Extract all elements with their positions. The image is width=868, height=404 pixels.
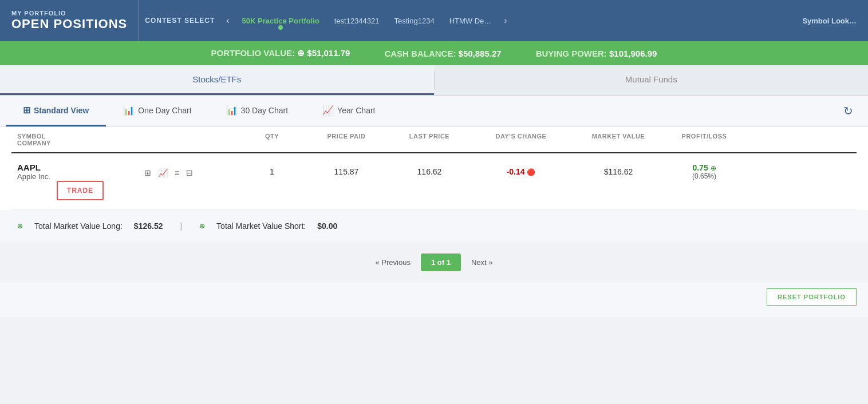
portfolio-value-amount: $51,011.79 — [307, 48, 350, 58]
grid-icon[interactable]: ⊟ — [185, 167, 194, 179]
table-row: AAPL Apple Inc. ⊞ 📈 ≡ ⊟ 1 115.87 116.62 … — [11, 153, 857, 210]
view-btn-year-chart[interactable]: 📈 Year Chart — [305, 96, 392, 126]
totals-divider: | — [180, 221, 182, 231]
pagination-current: 1 of 1 — [421, 254, 461, 271]
30-day-chart-icon: 📊 — [226, 105, 238, 116]
col-profit-loss: PROFIT/LOSS — [670, 133, 739, 146]
portfolio-nav-item-1[interactable]: test12344321 — [329, 14, 385, 27]
col-price-paid: PRICE PAID — [309, 133, 384, 146]
pagination: « Previous 1 of 1 Next » — [0, 242, 868, 283]
days-change-direction-icon: 🔴 — [527, 168, 535, 176]
one-day-chart-icon: 📊 — [123, 105, 135, 116]
tabs-container: Stocks/ETFs Mutual Funds — [0, 65, 868, 96]
year-chart-icon: 📈 — [322, 105, 334, 116]
portfolio-nav-item-0[interactable]: 50K Practice Portfolio — [236, 14, 325, 27]
buying-power-label: BUYING POWER: — [536, 49, 607, 58]
standard-view-icon: ⊞ — [23, 105, 30, 116]
view-btn-30-day-chart[interactable]: 📊 30 Day Chart — [209, 96, 305, 126]
totals-short-label: Total Market Value Short: — [216, 221, 306, 231]
cell-symbol-company: AAPL Apple Inc. — [17, 163, 143, 181]
cell-market-value: $116.62 — [567, 167, 670, 176]
tab-stocks-etfs[interactable]: Stocks/ETFs — [0, 65, 434, 95]
profit-value: 0.75 — [692, 163, 708, 172]
refresh-button[interactable]: ↻ — [834, 98, 862, 124]
page-title: OPEN POSITIONS — [11, 17, 127, 31]
cell-days-change: -0.14 🔴 — [475, 167, 567, 176]
profit-pct: (0.65%) — [670, 172, 739, 180]
portfolio-value-icon: ⊕ — [297, 48, 305, 58]
profit-direction-icon: ⊕ — [711, 164, 716, 172]
cash-balance: CASH BALANCE: $50,885.27 — [384, 49, 501, 58]
portfolio-bar: PORTFOLIO VALUE: ⊕ $51,011.79 CASH BALAN… — [0, 41, 868, 65]
list-icon[interactable]: ≡ — [173, 167, 180, 179]
tab-mutual-funds[interactable]: Mutual Funds — [435, 65, 869, 95]
cell-actions: ⊞ 📈 ≡ ⊟ — [143, 165, 235, 179]
col-market-value: MARKET VALUE — [567, 133, 670, 146]
col-days-change: DAY'S CHANGE — [475, 133, 567, 146]
nav-prev-arrow[interactable]: ‹ — [223, 13, 232, 28]
header: MY PORTFOLIO OPEN POSITIONS CONTEST SELE… — [0, 0, 868, 41]
contest-select-label: CONTEST SELECT — [145, 17, 215, 25]
nav-next-arrow[interactable]: › — [500, 13, 510, 28]
totals-short-value: $0.00 — [317, 221, 337, 231]
cell-profit-loss: 0.75 ⊕ (0.65%) — [670, 163, 739, 180]
pagination-prev[interactable]: « Previous — [371, 256, 415, 269]
header-nav: CONTEST SELECT ‹ 50K Practice Portfolio … — [139, 0, 791, 41]
portfolio-value: PORTFOLIO VALUE: ⊕ $51,011.79 — [211, 48, 350, 58]
totals-long-value: $126.52 — [134, 221, 163, 231]
reset-area: RESET PORTFOLIO — [0, 283, 868, 317]
reset-portfolio-button[interactable]: RESET PORTFOLIO — [767, 288, 857, 306]
cell-last-price: 116.62 — [384, 167, 475, 176]
col-last-price: LAST PRICE — [384, 133, 475, 146]
cell-price-paid: 115.87 — [309, 167, 384, 176]
refresh-icon: ↻ — [843, 105, 853, 117]
table: SYMBOLCOMPANY QTY PRICE PAID LAST PRICE … — [0, 127, 868, 210]
view-btn-standard[interactable]: ⊞ Standard View — [6, 96, 106, 126]
days-change-value: -0.14 — [507, 167, 525, 176]
portfolio-label: MY PORTFOLIO — [11, 10, 127, 17]
totals-long-icon: ⊕ — [17, 222, 23, 230]
cell-trade: TRADE — [17, 181, 143, 200]
portfolio-nav-item-2[interactable]: Testing1234 — [389, 14, 440, 27]
view-btn-one-day-chart[interactable]: 📊 One Day Chart — [106, 96, 208, 126]
totals-short-icon: ⊕ — [199, 222, 205, 230]
symbol-lookup-label: Symbol Look… — [802, 17, 857, 25]
stock-company: Apple Inc. — [17, 172, 143, 181]
view-buttons: ⊞ Standard View 📊 One Day Chart 📊 30 Day… — [0, 96, 868, 127]
table-icon[interactable]: ⊞ — [143, 167, 152, 179]
totals-long-label: Total Market Value Long: — [34, 221, 123, 231]
profit-value-line: 0.75 ⊕ — [670, 163, 739, 172]
symbol-lookup[interactable]: Symbol Look… — [791, 0, 868, 41]
chart-icon[interactable]: 📈 — [157, 167, 169, 179]
trade-button[interactable]: TRADE — [57, 181, 104, 200]
buying-power: BUYING POWER: $101,906.99 — [536, 49, 657, 58]
buying-power-amount: $101,906.99 — [609, 49, 657, 58]
cell-qty: 1 — [235, 167, 309, 176]
portfolio-nav-item-3[interactable]: HTMW De… — [444, 14, 498, 27]
portfolio-value-label: PORTFOLIO VALUE: — [211, 48, 295, 58]
col-symbol-company: SYMBOLCOMPANY — [17, 133, 143, 146]
table-header: SYMBOLCOMPANY QTY PRICE PAID LAST PRICE … — [11, 127, 857, 153]
cash-balance-amount: $50,885.27 — [459, 49, 502, 58]
header-branding: MY PORTFOLIO OPEN POSITIONS — [0, 0, 139, 41]
cash-balance-label: CASH BALANCE: — [384, 49, 456, 58]
col-actions — [143, 133, 235, 146]
pagination-next[interactable]: Next » — [467, 256, 498, 269]
stock-symbol: AAPL — [17, 163, 143, 172]
action-icons: ⊞ 📈 ≡ ⊟ — [143, 167, 235, 179]
totals-row: ⊕ Total Market Value Long: $126.52 | ⊕ T… — [0, 210, 868, 242]
col-qty: QTY — [235, 133, 309, 146]
